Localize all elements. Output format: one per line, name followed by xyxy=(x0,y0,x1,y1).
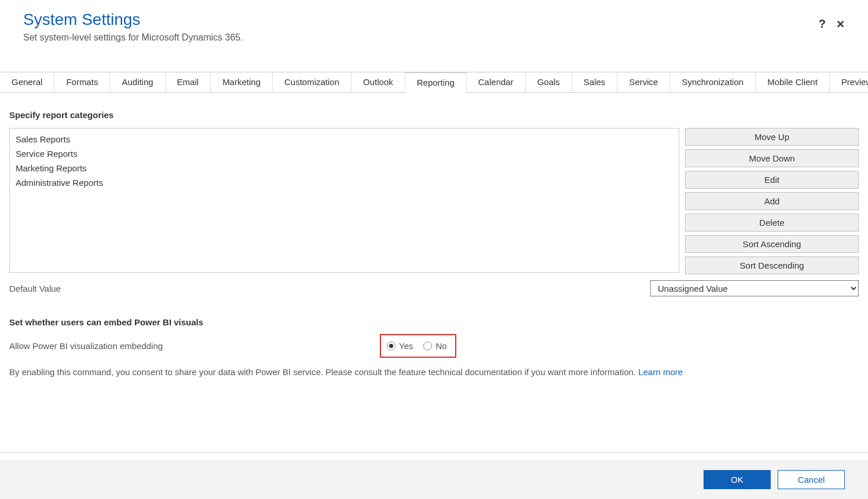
delete-button[interactable]: Delete xyxy=(685,214,859,232)
tab-previews[interactable]: Previews xyxy=(830,72,868,92)
radio-yes-label: Yes xyxy=(399,341,413,351)
tab-customization[interactable]: Customization xyxy=(273,72,351,92)
page-subtitle: Set system-level settings for Microsoft … xyxy=(23,32,845,43)
category-item[interactable]: Administrative Reports xyxy=(10,175,679,190)
tab-formats[interactable]: Formats xyxy=(54,72,110,92)
powerbi-row: Allow Power BI visualization embedding Y… xyxy=(9,334,859,358)
dialog-footer: OK Cancel xyxy=(0,460,868,499)
tab-calendar[interactable]: Calendar xyxy=(467,72,526,92)
powerbi-consent-text: By enabling this command, you consent to… xyxy=(9,366,859,378)
report-categories-section: Specify report categories Sales Reports … xyxy=(9,110,859,296)
radio-no-label: No xyxy=(435,341,446,351)
dialog-header: System Settings Set system-level setting… xyxy=(0,0,868,43)
edit-button[interactable]: Edit xyxy=(685,171,859,189)
category-buttons-panel: Move Up Move Down Edit Add Delete Sort A… xyxy=(685,128,859,274)
category-item[interactable]: Service Reports xyxy=(10,146,679,161)
powerbi-embedding-label: Allow Power BI visualization embedding xyxy=(9,341,380,351)
default-value-row: Default Value Unassigned Value xyxy=(9,280,859,296)
tab-mobile-client[interactable]: Mobile Client xyxy=(756,72,830,92)
sort-ascending-button[interactable]: Sort Ascending xyxy=(685,235,859,253)
move-up-button[interactable]: Move Up xyxy=(685,128,859,146)
close-icon[interactable]: ✕ xyxy=(836,18,845,31)
tab-reporting[interactable]: Reporting xyxy=(405,72,467,93)
move-down-button[interactable]: Move Down xyxy=(685,149,859,167)
tab-marketing[interactable]: Marketing xyxy=(211,72,273,92)
default-value-select[interactable]: Unassigned Value xyxy=(650,280,859,296)
radio-icon xyxy=(387,342,395,350)
tab-email[interactable]: Email xyxy=(166,72,211,92)
default-value-label: Default Value xyxy=(9,284,61,293)
sort-descending-button[interactable]: Sort Descending xyxy=(685,256,859,274)
help-icon[interactable]: ? xyxy=(819,17,826,31)
ok-button[interactable]: OK xyxy=(704,470,771,489)
add-button[interactable]: Add xyxy=(685,192,859,210)
powerbi-section: Set whether users can embed Power BI vis… xyxy=(9,317,859,378)
powerbi-heading: Set whether users can embed Power BI vis… xyxy=(9,317,859,327)
page-title: System Settings xyxy=(23,10,845,29)
category-item[interactable]: Sales Reports xyxy=(10,132,679,146)
report-categories-row: Sales Reports Service Reports Marketing … xyxy=(9,128,859,274)
tab-general[interactable]: General xyxy=(0,72,54,92)
content-area: Specify report categories Sales Reports … xyxy=(0,93,868,378)
tabs-bar: General Formats Auditing Email Marketing… xyxy=(0,72,868,93)
powerbi-yes-radio[interactable]: Yes xyxy=(387,341,413,351)
learn-more-link[interactable]: Learn more xyxy=(638,367,683,377)
tab-synchronization[interactable]: Synchronization xyxy=(670,72,756,92)
tab-service[interactable]: Service xyxy=(617,72,670,92)
category-item[interactable]: Marketing Reports xyxy=(10,161,679,175)
report-categories-heading: Specify report categories xyxy=(9,110,859,120)
cancel-button[interactable]: Cancel xyxy=(778,470,845,489)
radio-icon xyxy=(423,342,432,350)
report-categories-list[interactable]: Sales Reports Service Reports Marketing … xyxy=(9,128,679,273)
powerbi-radio-group: Yes No xyxy=(380,334,456,358)
powerbi-no-radio[interactable]: No xyxy=(423,341,446,351)
tab-outlook[interactable]: Outlook xyxy=(351,72,405,92)
tab-goals[interactable]: Goals xyxy=(526,72,572,92)
tab-sales[interactable]: Sales xyxy=(572,72,618,92)
footer-divider xyxy=(0,452,868,453)
tab-auditing[interactable]: Auditing xyxy=(110,72,165,92)
consent-text-body: By enabling this command, you consent to… xyxy=(9,367,638,377)
header-controls: ? ✕ xyxy=(819,17,845,31)
